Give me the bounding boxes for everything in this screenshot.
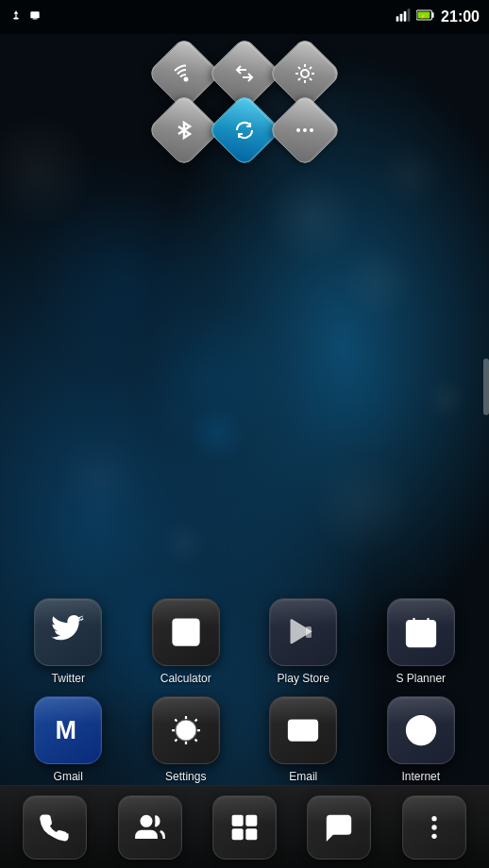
- svg-rect-51: [232, 828, 244, 840]
- svg-rect-49: [232, 814, 244, 826]
- svg-rect-37: [425, 632, 430, 637]
- dock-phone[interactable]: [23, 795, 87, 860]
- svg-line-15: [298, 67, 300, 69]
- svg-point-42: [176, 721, 195, 741]
- calculator-label: Calculator: [160, 672, 211, 685]
- email-icon: [269, 696, 337, 764]
- dock-contacts[interactable]: [118, 795, 182, 860]
- svg-rect-3: [404, 11, 407, 22]
- settings-icon: [152, 696, 220, 764]
- refresh-toggle[interactable]: [207, 92, 281, 167]
- dock-overflow[interactable]: [402, 795, 466, 860]
- svg-point-10: [301, 70, 309, 77]
- bluetooth-toggle[interactable]: [146, 92, 221, 167]
- twitter-label: Twitter: [52, 672, 85, 685]
- twitter-icon: [34, 598, 102, 666]
- status-left-icons: [9, 9, 42, 25]
- internet-label: Internet: [401, 770, 440, 783]
- svg-point-53: [431, 816, 436, 821]
- app-splanner[interactable]: S Planner: [368, 598, 475, 685]
- svg-point-20: [303, 128, 307, 132]
- dock-apps[interactable]: [212, 795, 277, 860]
- svg-rect-1: [396, 16, 399, 21]
- internet-icon: [387, 696, 455, 764]
- dock: [0, 785, 489, 868]
- svg-rect-35: [411, 632, 415, 637]
- toggles-row-1: [0, 47, 489, 100]
- svg-rect-6: [432, 12, 434, 18]
- app-grid: Twitter Calculator Play Store: [0, 598, 489, 783]
- splanner-icon: [387, 598, 455, 666]
- app-gmail[interactable]: M Gmail: [15, 696, 122, 783]
- notification-icon: [28, 9, 42, 25]
- app-settings[interactable]: Settings: [133, 696, 240, 783]
- svg-point-45: [413, 716, 428, 744]
- svg-rect-39: [418, 640, 423, 644]
- svg-point-55: [431, 833, 436, 838]
- status-right-icons: ⚡ 21:00: [396, 8, 480, 25]
- svg-point-48: [141, 816, 151, 826]
- svg-rect-2: [400, 14, 403, 22]
- svg-line-16: [310, 78, 312, 80]
- svg-rect-30: [306, 626, 312, 638]
- usb-icon: [9, 9, 23, 25]
- calculator-icon: [152, 598, 220, 666]
- svg-point-19: [296, 128, 300, 132]
- status-bar: ⚡ 21:00: [0, 0, 489, 34]
- settings-label: Settings: [165, 770, 206, 783]
- svg-rect-4: [408, 8, 411, 21]
- svg-point-54: [431, 825, 436, 829]
- svg-line-17: [310, 67, 312, 69]
- dock-messages[interactable]: [307, 795, 371, 860]
- more-toggle[interactable]: [267, 92, 342, 167]
- gmail-label: Gmail: [54, 770, 83, 783]
- app-internet[interactable]: Internet: [368, 696, 475, 783]
- app-calculator[interactable]: Calculator: [133, 598, 240, 685]
- playstore-label: Play Store: [278, 672, 329, 685]
- svg-rect-38: [411, 640, 415, 644]
- signal-icon: [396, 8, 411, 25]
- app-twitter[interactable]: Twitter: [15, 598, 122, 685]
- email-label: Email: [289, 770, 317, 783]
- svg-text:⚡: ⚡: [420, 13, 427, 20]
- svg-point-21: [310, 128, 313, 132]
- splanner-label: S Planner: [396, 672, 446, 685]
- playstore-icon: [269, 598, 337, 666]
- svg-rect-36: [418, 632, 423, 637]
- svg-rect-50: [245, 814, 257, 826]
- toggles-row-2: [0, 104, 489, 157]
- scrollbar[interactable]: [483, 359, 489, 415]
- status-time: 21:00: [441, 8, 480, 25]
- svg-text:M: M: [56, 716, 77, 744]
- gmail-icon: M: [34, 696, 102, 764]
- svg-line-18: [298, 78, 300, 80]
- app-email[interactable]: Email: [250, 696, 357, 783]
- svg-point-9: [185, 78, 188, 81]
- app-playstore[interactable]: Play Store: [250, 598, 357, 685]
- battery-icon: ⚡: [416, 8, 435, 25]
- svg-rect-0: [30, 11, 39, 18]
- svg-rect-52: [245, 828, 257, 840]
